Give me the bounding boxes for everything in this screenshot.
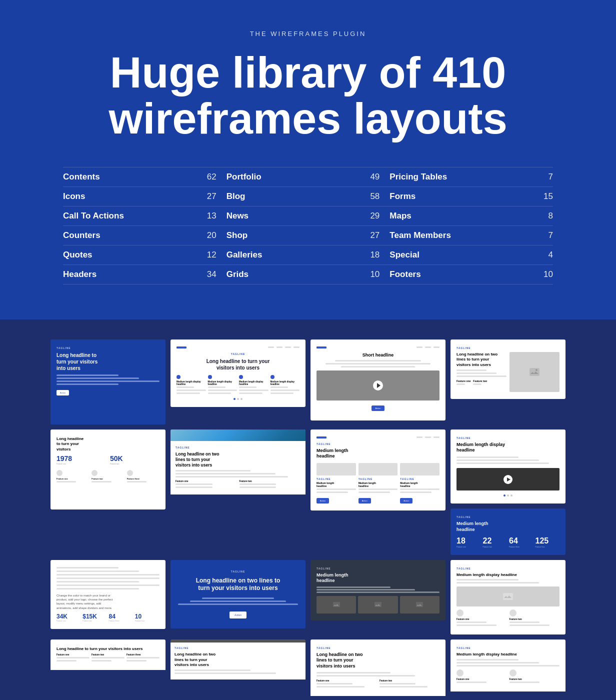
preview-col-4-r4: TAGLINE Medium length display headline F… [450,640,566,696]
previews-grid-row2: Long headlineto turn yourvisitors 1978 F… [10,430,606,555]
stat-row: Maps 8 [390,206,553,226]
stat-row: Team Members 7 [390,226,553,246]
stat-row: Galleries 18 [226,246,390,265]
stats-grid: Contents 62 Icons 27 Call To Actions 13 … [63,167,553,284]
hero-subtitle: THE WIREFRAMES PLUGIN [40,30,576,38]
wireframe-card-blue-cta: TAGLINE Long headline toturn your visito… [50,340,166,424]
wireframe-card-bottom-1: Long headline to turn your visitors into… [50,640,166,670]
image-placeholder [510,352,560,392]
preview-col-2-r4: TAGLINE Long headline on twolines to tur… [170,640,306,696]
svg-rect-0 [530,368,540,376]
stat-row: Special 4 [390,246,553,265]
svg-point-1 [536,369,538,371]
previews-grid-row3: Change the color to match your brand orp… [10,560,606,634]
stat-row: Footers 10 [390,265,553,284]
stats-col-3: Pricing Tables 7 Forms 15 Maps 8 Team Me… [390,167,553,284]
hero-title: Huge library of 410 wireframes layouts [40,50,576,142]
image-placeholder [400,596,440,614]
preview-col-2: TAGLINE Long headline to turn yourvisito… [170,340,306,424]
preview-col-1: TAGLINE Long headline toturn your visito… [50,340,166,424]
stat-row: Portfolio 49 [226,167,390,187]
previews-grid-row4: Long headline to turn your visitors into… [10,640,606,696]
hero-section: THE WIREFRAMES PLUGIN Huge library of 41… [0,0,616,320]
wireframe-nav [316,346,440,348]
stat-row: Headers 34 [63,265,226,284]
wireframe-card-medium-display: TAGLINE Medium length display headline F… [450,560,566,634]
wireframe-card-blue-big-cta: TAGLINE Long headline on two lines totur… [170,560,306,628]
stat-row: Shop 27 [226,226,390,246]
wireframe-card-dark-imgs: TAGLINE Medium lengthheadline [310,560,446,620]
feature-col: Medium length display headline [239,375,268,396]
preview-col-3-r4: TAGLINE Long headline on twolines to tur… [310,640,446,696]
image-placeholder [358,596,398,614]
svg-rect-3 [374,602,382,607]
stat-row: News 29 [226,206,390,226]
preview-col-1-r4: Long headline to turn your visitors into… [50,640,166,696]
stat-row: Call To Actions 13 [63,206,226,226]
wireframe-card-split: TAGLINE Long headline on twolines to tur… [450,340,566,399]
wireframe-card-bottom-3: TAGLINE Long headline on twolines to tur… [310,640,446,696]
preview-col-3-r2: TAGLINE Medium lengthheadline TAGLINE Me… [310,430,446,555]
feature-col: Medium length display headline [176,375,206,396]
blog-col-item: TAGLINE Medium lengthheadline Action [400,463,440,504]
previews-section: TAGLINE Long headline toturn your visito… [0,320,616,700]
wireframe-nav [176,346,300,348]
stat-row: Icons 27 [63,187,226,206]
wireframe-card-video: Short headline Action [310,340,446,420]
wireframe-card-blue-counter: TAGLINE Medium lengthheadline 18 Feature… [450,508,566,554]
image-placeholder [456,586,560,606]
preview-col-4-r2: TAGLINE Medium length displayheadline [450,430,566,555]
wireframe-card-counter: Long headlineto turn yourvisitors 1978 F… [50,430,166,510]
image-placeholder [316,596,356,614]
stat-row: Pricing Tables 7 [390,167,553,187]
preview-col-2-r3: TAGLINE Long headline on two lines totur… [170,560,306,634]
wireframe-card-news-photo: TAGLINE Long headline on twolines to tur… [170,640,306,680]
feature-col: Medium length display headline [208,375,238,396]
blog-col-item: TAGLINE Medium lengthheadline Action [358,463,398,504]
preview-col-1-r3: Change the color to match your brand orp… [50,560,166,634]
wireframe-card-blog: TAGLINE Medium lengthheadline TAGLINE Me… [310,430,446,510]
stats-col-1: Contents 62 Icons 27 Call To Actions 13 … [63,167,226,284]
preview-col-4: TAGLINE Long headline on twolines to tur… [450,340,566,424]
wireframe-card-bottom-4: TAGLINE Medium length display headline F… [450,640,566,692]
preview-col-3-r3: TAGLINE Medium lengthheadline [310,560,446,634]
stat-row: Quotes 12 [63,246,226,265]
svg-rect-5 [503,593,513,600]
previews-grid-row1: TAGLINE Long headline toturn your visito… [10,340,606,424]
svg-rect-4 [416,602,423,607]
blog-col-item: TAGLINE Medium lengthheadline Action [316,463,356,504]
play-button[interactable] [373,380,383,390]
feature-col: Medium length display headline [270,375,300,396]
wireframe-card-dark-video: TAGLINE Medium length displayheadline [450,430,566,504]
svg-rect-2 [333,602,340,607]
preview-col-3: Short headline Action [310,340,446,424]
preview-col-1-r2: Long headlineto turn yourvisitors 1978 F… [50,430,166,555]
stat-row: Counters 20 [63,226,226,246]
stat-row: Blog 58 [226,187,390,206]
preview-col-4-r3: TAGLINE Medium length display headline F… [450,560,566,634]
preview-col-2-r2: 🏊 TAGLINE Long headline on twolines to t… [170,430,306,555]
wireframe-card-features: TAGLINE Long headline to turn yourvisito… [170,340,306,407]
stat-row: Grids 10 [226,265,390,284]
stats-col-2: Portfolio 49 Blog 58 News 29 Shop 27 Gal… [226,167,390,284]
wireframe-card-photo: 🏊 TAGLINE Long headline on twolines to t… [170,430,306,555]
stat-row: Contents 62 [63,167,226,187]
stat-row: Forms 15 [390,187,553,206]
wireframe-card-text-counters: Change the color to match your brand orp… [50,560,166,630]
